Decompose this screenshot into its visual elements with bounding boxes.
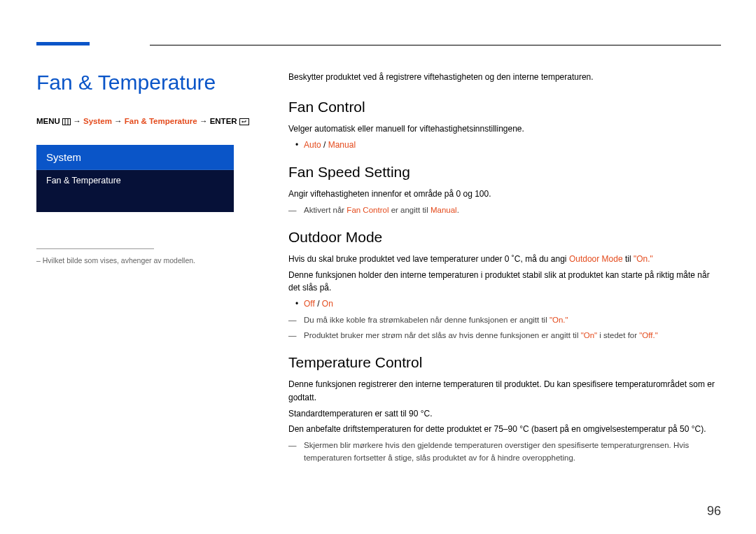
temperature-control-section: Temperature Control Denne funksjonen reg… <box>288 354 721 464</box>
section-desc: Standardtemperaturen er satt til 90 °C. <box>288 407 721 421</box>
fan-speed-section: Fan Speed Setting Angir viftehastigheten… <box>288 164 721 216</box>
page-number: 96 <box>707 504 721 519</box>
section-desc: Denne funksjonen holder den interne temp… <box>288 269 721 295</box>
section-desc: Denne funksjonen registrerer den interne… <box>288 378 721 404</box>
menu-preview: System Fan & Temperature <box>36 145 234 212</box>
breadcrumb-suffix: ENTER <box>210 117 237 125</box>
svg-rect-0 <box>63 119 71 125</box>
top-rule <box>150 45 721 45</box>
note: Du må ikke koble fra strømkabelen når de… <box>304 314 721 326</box>
menu-empty-row <box>36 191 234 212</box>
intro-text: Beskytter produktet ved å registrere vif… <box>288 71 721 83</box>
right-column: Beskytter produktet ved å registrere vif… <box>288 65 721 477</box>
breadcrumb-part: System <box>83 117 112 125</box>
enter-icon <box>239 117 249 128</box>
outdoor-mode-section: Outdoor Mode Hvis du skal bruke produkte… <box>288 229 721 342</box>
left-footnote: – Hvilket bilde som vises, avhenger av m… <box>36 256 255 265</box>
menu-grid-icon <box>62 117 71 128</box>
page-title: Fan & Temperature <box>36 71 255 94</box>
note: Aktivert når Fan Control er angitt til M… <box>304 204 721 216</box>
menu-header: System <box>36 145 234 170</box>
section-heading: Fan Control <box>288 99 721 115</box>
menu-item: Fan & Temperature <box>36 170 234 191</box>
option-list: Off / On <box>304 297 721 311</box>
section-desc: Velger automatisk eller manuell for vift… <box>288 122 721 136</box>
accent-bar <box>36 42 90 45</box>
breadcrumb-part: Fan & Temperature <box>125 117 197 125</box>
left-column: Fan & Temperature MENU → System → Fan & … <box>36 65 288 477</box>
section-desc: Hvis du skal bruke produktet ved lave te… <box>288 253 721 266</box>
footnote-rule <box>36 248 154 249</box>
breadcrumb-prefix: MENU <box>36 117 60 125</box>
section-heading: Temperature Control <box>288 354 721 371</box>
section-heading: Outdoor Mode <box>288 229 721 246</box>
note: Skjermen blir mørkere hvis den gjeldende… <box>304 439 721 465</box>
section-desc: Angir viftehastigheten innenfor et områd… <box>288 188 721 201</box>
breadcrumb: MENU → System → Fan & Temperature → ENTE… <box>36 115 255 128</box>
note: Produktet bruker mer strøm når det slås … <box>304 329 721 342</box>
section-heading: Fan Speed Setting <box>288 164 721 181</box>
option-list: Auto / Manual <box>304 139 721 152</box>
fan-control-section: Fan Control Velger automatisk eller manu… <box>288 99 721 151</box>
section-desc: Den anbefalte driftstemperaturen for det… <box>288 423 721 436</box>
